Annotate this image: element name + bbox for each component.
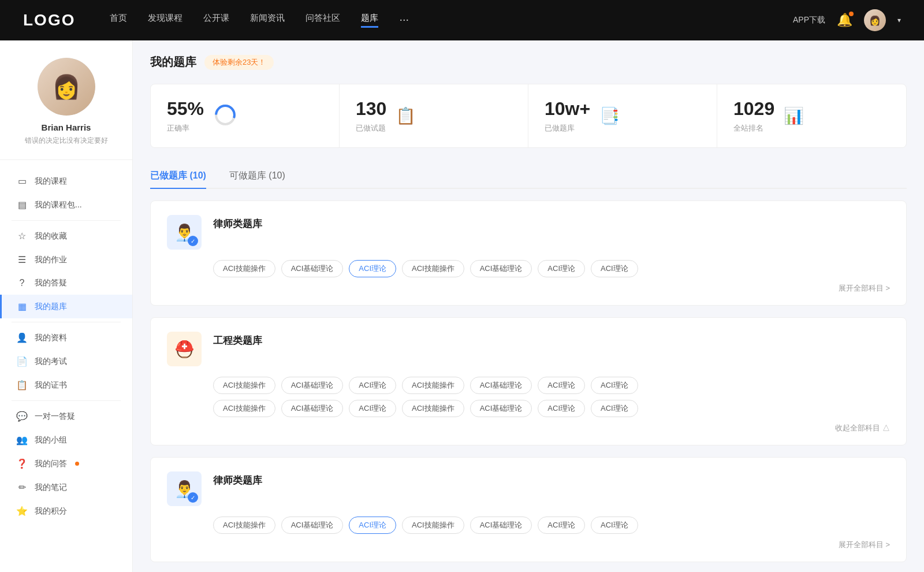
bank-tags-3: ACI技能操作 ACI基础理论 ACI理论 ACI技能操作 ACI基础理论 AC…	[167, 517, 890, 534]
tag-1-3[interactable]: ACI技能操作	[402, 260, 464, 277]
banks-icon: 📑	[599, 106, 620, 125]
tag-3-4[interactable]: ACI基础理论	[470, 517, 532, 534]
sidebar-item-my-profile[interactable]: 👤 我的资料	[0, 326, 132, 350]
engineer-bank-icon: ⛑️	[167, 332, 202, 366]
tab-done-banks[interactable]: 已做题库 (10)	[150, 164, 206, 188]
tag-2b-1[interactable]: ACI基础理论	[281, 400, 344, 417]
engineer-figure-icon: ⛑️	[174, 340, 195, 359]
page-wrapper: 👩 Brian Harris 错误的决定比没有决定要好 ▭ 我的课程 ▤ 我的课…	[0, 0, 924, 572]
tag-2b-5[interactable]: ACI理论	[538, 400, 585, 417]
nav-bank[interactable]: 题库	[361, 13, 378, 28]
nav-qa[interactable]: 问答社区	[305, 13, 340, 28]
profile-icon: 👤	[16, 332, 28, 343]
nav-news[interactable]: 新闻资讯	[250, 13, 285, 28]
logo[interactable]: LOGO	[23, 11, 75, 29]
sidebar-item-my-answers[interactable]: ❓ 我的问答	[0, 452, 132, 476]
sidebar-item-my-bank[interactable]: ▦ 我的题库	[0, 295, 132, 318]
bank-card-header-3: 👨‍💼 ✓ 律师类题库	[167, 471, 890, 506]
homework-icon: ☰	[16, 254, 28, 265]
tag-2-4[interactable]: ACI基础理论	[470, 377, 532, 394]
bank-card-header-2: ⛑️ 工程类题库	[167, 332, 890, 366]
sidebar-item-my-favorites[interactable]: ☆ 我的收藏	[0, 224, 132, 248]
answers-icon: ❓	[16, 458, 28, 469]
tag-1-4[interactable]: ACI基础理论	[470, 260, 532, 277]
tag-2-5[interactable]: ACI理论	[538, 377, 585, 394]
sidebar-item-my-points[interactable]: ⭐ 我的积分	[0, 499, 132, 523]
sidebar-item-my-notes[interactable]: ✏ 我的笔记	[0, 476, 132, 499]
nav-right: APP下载 🔔 👩 ▾	[793, 9, 901, 31]
tag-3-5[interactable]: ACI理论	[538, 517, 585, 534]
tag-2b-6[interactable]: ACI理论	[591, 400, 638, 417]
banks-info: 10w+ 已做题库	[545, 98, 590, 133]
tag-2-6[interactable]: ACI理论	[591, 377, 638, 394]
questions-value: 130	[356, 98, 386, 120]
user-menu-chevron[interactable]: ▾	[897, 16, 901, 24]
sidebar-label-my-notes: 我的笔记	[35, 482, 67, 493]
menu-divider-1	[12, 220, 121, 221]
tag-2-3[interactable]: ACI技能操作	[402, 377, 464, 394]
sidebar-label-my-points: 我的积分	[35, 506, 67, 517]
tag-1-2[interactable]: ACI理论	[349, 260, 396, 277]
page-header: 我的题库 体验剩余23天！	[150, 54, 907, 70]
questions-label: 已做试题	[356, 123, 386, 133]
sidebar-item-my-cert[interactable]: 📋 我的证书	[0, 373, 132, 397]
exam-icon: 📄	[16, 356, 28, 367]
page-title: 我的题库	[150, 54, 196, 70]
profile-section: 👩 Brian Harris 错误的决定比没有决定要好	[0, 58, 132, 160]
lawyer-bank-icon: 👨‍💼 ✓	[167, 215, 202, 250]
sidebar-item-my-package[interactable]: ▤ 我的课程包...	[0, 193, 132, 217]
bank-title-3: 律师类题库	[213, 471, 262, 487]
trial-badge: 体验剩余23天！	[204, 55, 274, 70]
questions-icon: 📋	[396, 106, 416, 125]
nav-discover[interactable]: 发现课程	[148, 13, 182, 28]
tag-1-1[interactable]: ACI基础理论	[281, 260, 344, 277]
notification-bell[interactable]: 🔔	[837, 13, 852, 28]
tag-2b-0[interactable]: ACI技能操作	[213, 400, 275, 417]
tag-1-6[interactable]: ACI理论	[591, 260, 638, 277]
sidebar-label-my-bank: 我的题库	[35, 302, 67, 312]
tag-2b-2[interactable]: ACI理论	[349, 400, 396, 417]
stat-banks: 10w+ 已做题库 📑	[528, 84, 717, 147]
sidebar-item-my-course[interactable]: ▭ 我的课程	[0, 169, 132, 193]
sidebar-item-my-questions[interactable]: ? 我的答疑	[0, 272, 132, 295]
tag-2-1[interactable]: ACI基础理论	[281, 377, 344, 394]
group-icon: 👥	[16, 434, 28, 445]
tag-3-6[interactable]: ACI理论	[591, 517, 638, 534]
tag-3-2[interactable]: ACI理论	[349, 517, 396, 534]
expand-link-1[interactable]: 展开全部科目 >	[167, 283, 890, 294]
tag-3-1[interactable]: ACI基础理论	[281, 517, 344, 534]
user-avatar[interactable]: 👩	[864, 9, 886, 31]
sidebar: 👩 Brian Harris 错误的决定比没有决定要好 ▭ 我的课程 ▤ 我的课…	[0, 40, 133, 572]
sidebar-item-my-homework[interactable]: ☰ 我的作业	[0, 248, 132, 272]
sidebar-label-my-favorites: 我的收藏	[35, 231, 67, 242]
sidebar-item-my-group[interactable]: 👥 我的小组	[0, 428, 132, 452]
tag-2-0[interactable]: ACI技能操作	[213, 377, 275, 394]
answers-notification-dot	[75, 462, 79, 466]
tab-available-banks[interactable]: 可做题库 (10)	[229, 164, 285, 188]
nav-home[interactable]: 首页	[110, 13, 127, 28]
tag-3-3[interactable]: ACI技能操作	[402, 517, 464, 534]
sidebar-label-my-course: 我的课程	[35, 176, 67, 187]
nav-more[interactable]: ···	[399, 13, 409, 28]
tag-3-0[interactable]: ACI技能操作	[213, 517, 275, 534]
ranking-value: 1029	[733, 98, 774, 120]
sidebar-item-my-exam[interactable]: 📄 我的考试	[0, 350, 132, 373]
bank-icon: ▦	[16, 301, 28, 312]
tag-1-0[interactable]: ACI技能操作	[213, 260, 275, 277]
bank-tags-2b: ACI技能操作 ACI基础理论 ACI理论 ACI技能操作 ACI基础理论 AC…	[167, 400, 890, 417]
avatar-image: 👩	[38, 58, 95, 116]
cert-icon: 📋	[16, 380, 28, 391]
tag-2b-3[interactable]: ACI技能操作	[402, 400, 464, 417]
one-on-one-icon: 💬	[16, 411, 28, 422]
app-download-button[interactable]: APP下载	[793, 15, 825, 25]
sidebar-label-my-group: 我的小组	[35, 435, 67, 445]
tag-2b-4[interactable]: ACI基础理论	[470, 400, 532, 417]
expand-link-3[interactable]: 展开全部科目 >	[167, 540, 890, 550]
sidebar-item-one-on-one[interactable]: 💬 一对一答疑	[0, 404, 132, 428]
tag-2-2[interactable]: ACI理论	[349, 377, 396, 394]
tag-1-5[interactable]: ACI理论	[538, 260, 585, 277]
nav-links: 首页 发现课程 公开课 新闻资讯 问答社区 题库 ···	[110, 13, 793, 28]
expand-link-2[interactable]: 收起全部科目 △	[167, 423, 890, 433]
sidebar-label-my-profile: 我的资料	[35, 333, 67, 343]
nav-opencourse[interactable]: 公开课	[203, 13, 229, 28]
